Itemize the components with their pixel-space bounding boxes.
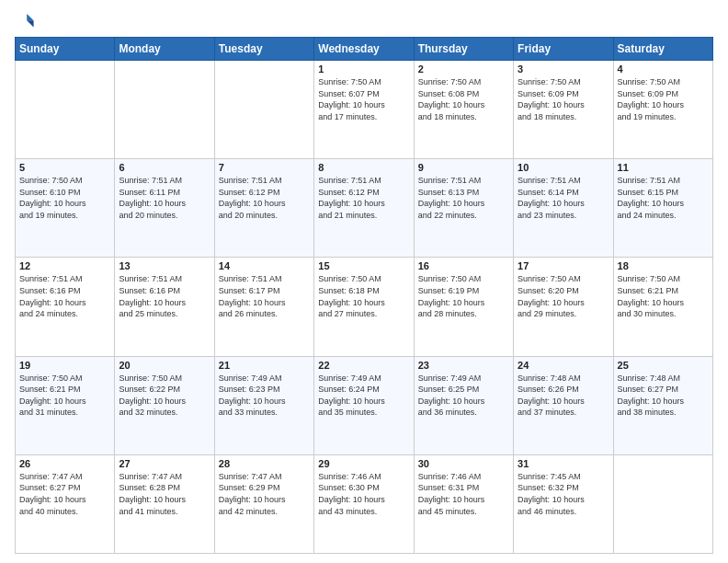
calendar-cell: 11Sunrise: 7:51 AM Sunset: 6:15 PM Dayli… <box>613 159 712 258</box>
week-row-5: 26Sunrise: 7:47 AM Sunset: 6:27 PM Dayli… <box>16 454 713 553</box>
calendar-cell: 17Sunrise: 7:50 AM Sunset: 6:20 PM Dayli… <box>514 258 613 356</box>
calendar-cell: 16Sunrise: 7:50 AM Sunset: 6:19 PM Dayli… <box>414 258 513 356</box>
day-info: Sunrise: 7:46 AM Sunset: 6:31 PM Dayligh… <box>418 471 509 517</box>
calendar-cell: 7Sunrise: 7:51 AM Sunset: 6:12 PM Daylig… <box>214 159 313 258</box>
calendar-cell: 26Sunrise: 7:47 AM Sunset: 6:27 PM Dayli… <box>16 454 115 553</box>
day-number: 19 <box>19 360 110 371</box>
calendar-cell: 14Sunrise: 7:51 AM Sunset: 6:17 PM Dayli… <box>214 258 313 356</box>
calendar-cell: 24Sunrise: 7:48 AM Sunset: 6:26 PM Dayli… <box>514 356 613 454</box>
day-number: 24 <box>518 360 609 371</box>
calendar-cell: 21Sunrise: 7:49 AM Sunset: 6:23 PM Dayli… <box>214 356 313 454</box>
day-info: Sunrise: 7:51 AM Sunset: 6:16 PM Dayligh… <box>19 273 110 319</box>
header-day-friday: Friday <box>514 38 613 61</box>
header-day-monday: Monday <box>115 38 214 61</box>
day-info: Sunrise: 7:47 AM Sunset: 6:27 PM Dayligh… <box>19 471 110 517</box>
week-row-2: 5Sunrise: 7:50 AM Sunset: 6:10 PM Daylig… <box>16 159 713 258</box>
calendar-cell: 10Sunrise: 7:51 AM Sunset: 6:14 PM Dayli… <box>514 159 613 258</box>
day-info: Sunrise: 7:48 AM Sunset: 6:26 PM Dayligh… <box>518 373 609 419</box>
day-info: Sunrise: 7:47 AM Sunset: 6:28 PM Dayligh… <box>119 471 210 517</box>
calendar-cell: 5Sunrise: 7:50 AM Sunset: 6:10 PM Daylig… <box>16 159 115 258</box>
day-info: Sunrise: 7:45 AM Sunset: 6:32 PM Dayligh… <box>518 471 609 517</box>
day-info: Sunrise: 7:51 AM Sunset: 6:11 PM Dayligh… <box>119 175 210 221</box>
calendar-cell: 20Sunrise: 7:50 AM Sunset: 6:22 PM Dayli… <box>115 356 214 454</box>
day-info: Sunrise: 7:50 AM Sunset: 6:22 PM Dayligh… <box>119 373 210 419</box>
day-number: 8 <box>318 162 409 173</box>
day-info: Sunrise: 7:50 AM Sunset: 6:09 PM Dayligh… <box>518 76 609 122</box>
day-info: Sunrise: 7:50 AM Sunset: 6:09 PM Dayligh… <box>618 76 709 122</box>
day-number: 3 <box>518 63 609 75</box>
day-info: Sunrise: 7:51 AM Sunset: 6:12 PM Dayligh… <box>219 175 310 221</box>
calendar-body: 1Sunrise: 7:50 AM Sunset: 6:07 PM Daylig… <box>16 61 713 554</box>
day-info: Sunrise: 7:51 AM Sunset: 6:14 PM Dayligh… <box>518 175 609 221</box>
calendar-cell: 31Sunrise: 7:45 AM Sunset: 6:32 PM Dayli… <box>514 454 613 553</box>
day-info: Sunrise: 7:49 AM Sunset: 6:23 PM Dayligh… <box>219 373 310 419</box>
calendar-cell: 28Sunrise: 7:47 AM Sunset: 6:29 PM Dayli… <box>214 454 313 553</box>
day-info: Sunrise: 7:48 AM Sunset: 6:27 PM Dayligh… <box>618 373 709 419</box>
day-number: 16 <box>418 260 509 271</box>
day-number: 17 <box>518 260 609 271</box>
week-row-1: 1Sunrise: 7:50 AM Sunset: 6:07 PM Daylig… <box>16 61 713 159</box>
day-info: Sunrise: 7:47 AM Sunset: 6:29 PM Dayligh… <box>219 471 310 517</box>
day-number: 15 <box>318 260 409 271</box>
day-info: Sunrise: 7:51 AM Sunset: 6:15 PM Dayligh… <box>618 175 709 221</box>
calendar-cell: 12Sunrise: 7:51 AM Sunset: 6:16 PM Dayli… <box>16 258 115 356</box>
calendar-cell: 30Sunrise: 7:46 AM Sunset: 6:31 PM Dayli… <box>414 454 513 553</box>
svg-marker-0 <box>27 14 33 20</box>
calendar-cell: 18Sunrise: 7:50 AM Sunset: 6:21 PM Dayli… <box>613 258 712 356</box>
day-number: 9 <box>418 162 509 173</box>
week-row-3: 12Sunrise: 7:51 AM Sunset: 6:16 PM Dayli… <box>16 258 713 356</box>
calendar-cell: 25Sunrise: 7:48 AM Sunset: 6:27 PM Dayli… <box>613 356 712 454</box>
day-info: Sunrise: 7:51 AM Sunset: 6:13 PM Dayligh… <box>418 175 509 221</box>
day-number: 12 <box>19 260 110 271</box>
day-info: Sunrise: 7:50 AM Sunset: 6:20 PM Dayligh… <box>518 273 609 319</box>
day-number: 7 <box>219 162 310 173</box>
calendar-table: SundayMondayTuesdayWednesdayThursdayFrid… <box>15 37 713 554</box>
calendar-cell: 3Sunrise: 7:50 AM Sunset: 6:09 PM Daylig… <box>514 61 613 159</box>
day-number: 13 <box>119 260 210 271</box>
calendar-cell <box>115 61 214 159</box>
logo-icon <box>15 11 35 31</box>
day-info: Sunrise: 7:51 AM Sunset: 6:17 PM Dayligh… <box>219 273 310 319</box>
header-day-tuesday: Tuesday <box>214 38 313 61</box>
calendar-cell: 29Sunrise: 7:46 AM Sunset: 6:30 PM Dayli… <box>314 454 414 553</box>
day-info: Sunrise: 7:50 AM Sunset: 6:07 PM Dayligh… <box>318 76 409 122</box>
day-number: 20 <box>119 360 210 371</box>
logo <box>15 11 37 31</box>
header-day-wednesday: Wednesday <box>314 38 414 61</box>
day-number: 29 <box>318 458 409 469</box>
day-info: Sunrise: 7:49 AM Sunset: 6:25 PM Dayligh… <box>418 373 509 419</box>
calendar-cell: 1Sunrise: 7:50 AM Sunset: 6:07 PM Daylig… <box>314 61 414 159</box>
day-info: Sunrise: 7:51 AM Sunset: 6:16 PM Dayligh… <box>119 273 210 319</box>
day-number: 1 <box>318 63 409 75</box>
calendar-cell: 6Sunrise: 7:51 AM Sunset: 6:11 PM Daylig… <box>115 159 214 258</box>
day-info: Sunrise: 7:49 AM Sunset: 6:24 PM Dayligh… <box>318 373 409 419</box>
header-row: SundayMondayTuesdayWednesdayThursdayFrid… <box>16 38 713 61</box>
day-number: 21 <box>219 360 310 371</box>
calendar-cell: 15Sunrise: 7:50 AM Sunset: 6:18 PM Dayli… <box>314 258 414 356</box>
day-info: Sunrise: 7:50 AM Sunset: 6:18 PM Dayligh… <box>318 273 409 319</box>
calendar-cell: 2Sunrise: 7:50 AM Sunset: 6:08 PM Daylig… <box>414 61 513 159</box>
page: SundayMondayTuesdayWednesdayThursdayFrid… <box>0 0 728 563</box>
day-info: Sunrise: 7:51 AM Sunset: 6:12 PM Dayligh… <box>318 175 409 221</box>
day-number: 25 <box>618 360 709 371</box>
day-number: 26 <box>19 458 110 469</box>
day-number: 2 <box>418 63 509 75</box>
day-info: Sunrise: 7:50 AM Sunset: 6:10 PM Dayligh… <box>19 175 110 221</box>
calendar-cell: 22Sunrise: 7:49 AM Sunset: 6:24 PM Dayli… <box>314 356 414 454</box>
day-number: 6 <box>119 162 210 173</box>
day-number: 4 <box>618 63 709 75</box>
calendar-cell <box>214 61 313 159</box>
calendar-cell <box>16 61 115 159</box>
header-day-saturday: Saturday <box>613 38 712 61</box>
day-number: 11 <box>618 162 709 173</box>
day-number: 28 <box>219 458 310 469</box>
day-number: 14 <box>219 260 310 271</box>
day-info: Sunrise: 7:50 AM Sunset: 6:21 PM Dayligh… <box>19 373 110 419</box>
day-number: 5 <box>19 162 110 173</box>
day-number: 10 <box>518 162 609 173</box>
day-number: 23 <box>418 360 509 371</box>
day-info: Sunrise: 7:50 AM Sunset: 6:08 PM Dayligh… <box>418 76 509 122</box>
header-day-thursday: Thursday <box>414 38 513 61</box>
calendar-cell: 19Sunrise: 7:50 AM Sunset: 6:21 PM Dayli… <box>16 356 115 454</box>
day-number: 18 <box>618 260 709 271</box>
